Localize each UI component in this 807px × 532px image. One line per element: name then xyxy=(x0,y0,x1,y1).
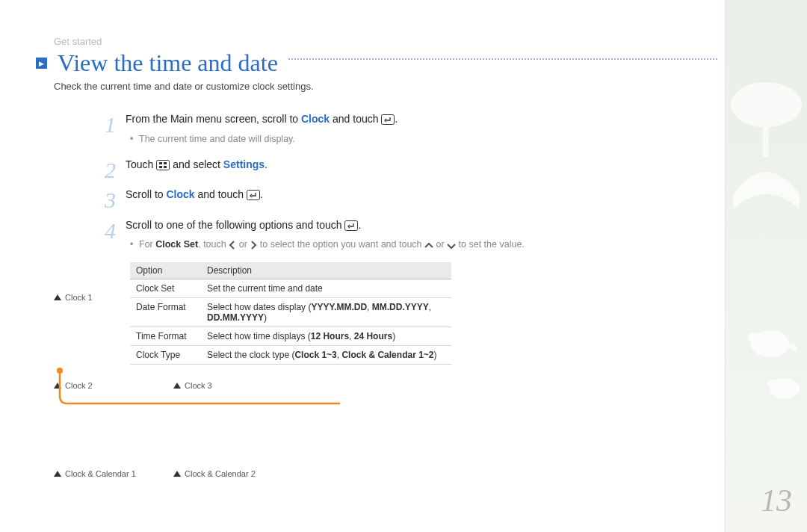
clock-variant-label: Clock 2 xyxy=(65,381,93,390)
svg-rect-6 xyxy=(382,115,395,125)
step-number: 4 xyxy=(105,218,116,244)
breadcrumb: Get started xyxy=(54,36,102,47)
step-number: 2 xyxy=(105,158,116,183)
clock-variants: Clock 1 Clock 2 Clock 3 Clock & Calendar… xyxy=(54,293,293,532)
step-1: 1 From the Main menu screen, scroll to C… xyxy=(126,112,650,144)
triangle-marker-icon xyxy=(54,471,61,477)
svg-rect-13 xyxy=(345,220,358,230)
svg-point-3 xyxy=(748,332,763,343)
triangle-marker-icon xyxy=(54,294,61,300)
triangle-marker-icon xyxy=(173,383,181,389)
title-bullet-icon: ▶ xyxy=(36,58,47,69)
step-text: Scroll to Clock and touch . xyxy=(126,188,650,205)
step-subtext: The current time and date will display. xyxy=(126,134,650,144)
chevron-left-icon xyxy=(229,241,236,252)
step-text: Touch and select Settings. xyxy=(126,158,650,175)
svg-rect-7 xyxy=(157,160,170,170)
svg-rect-10 xyxy=(159,166,162,168)
clock-variant-label: Clock 3 xyxy=(185,381,212,390)
chevron-down-icon xyxy=(447,241,456,252)
step-text: From the Main menu screen, scroll to Clo… xyxy=(126,112,650,129)
enter-icon xyxy=(344,220,358,235)
svg-rect-8 xyxy=(159,162,162,164)
svg-rect-12 xyxy=(247,191,259,200)
page-number: 13 xyxy=(761,483,792,519)
step-number: 1 xyxy=(105,112,116,137)
enter-icon xyxy=(247,190,260,205)
step-subtext: For Clock Set, touch or to select the op… xyxy=(126,239,650,252)
step-number: 3 xyxy=(105,188,116,213)
svg-point-5 xyxy=(767,380,779,389)
step-2: 2 Touch and select Settings. xyxy=(126,158,650,175)
page-subtitle: Check the current time and date or custo… xyxy=(54,81,314,92)
triangle-marker-icon xyxy=(54,383,61,389)
clock-variant-label: Clock 1 xyxy=(65,293,93,302)
svg-rect-11 xyxy=(164,166,167,168)
clock-variant-label: Clock & Calendar 2 xyxy=(185,469,256,478)
chevron-right-icon xyxy=(250,241,257,252)
options-table-header-description: Description xyxy=(201,262,451,279)
step-3: 3 Scroll to Clock and touch . xyxy=(126,188,650,205)
title-leader-dots xyxy=(288,58,717,60)
clock-variant-label: Clock & Calendar 1 xyxy=(65,469,136,478)
page-title: View the time and date xyxy=(58,49,278,77)
triangle-marker-icon xyxy=(173,471,181,477)
chevron-up-icon xyxy=(424,241,433,252)
step-text: Scroll to one of the following options a… xyxy=(126,218,650,235)
enter-icon xyxy=(381,114,395,129)
svg-rect-9 xyxy=(164,162,167,164)
menu-icon xyxy=(156,160,170,175)
options-table-header-option: Option xyxy=(130,262,201,279)
side-decoration xyxy=(725,0,807,532)
svg-rect-1 xyxy=(763,112,769,157)
